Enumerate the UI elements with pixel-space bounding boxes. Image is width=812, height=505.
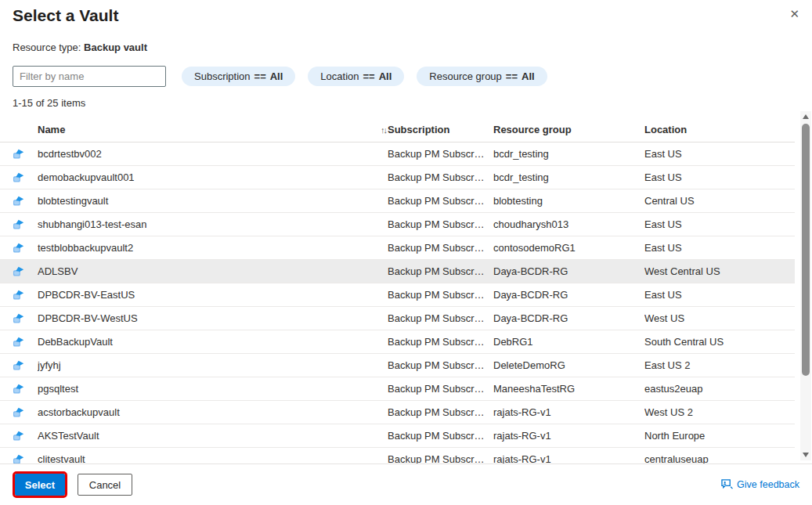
backup-vault-icon (13, 149, 24, 160)
table-row[interactable]: AKSTestVault Backup PM Subscription raja… (0, 424, 795, 448)
vault-icon-cell (13, 266, 38, 277)
vault-icon-cell (13, 149, 38, 160)
cell-name: DPBCDR-BV-WestUS (38, 312, 388, 324)
cell-location: eastus2euap (644, 383, 795, 395)
table-row[interactable]: DebBackupVault Backup PM Subscription De… (0, 330, 795, 354)
vault-icon-cell (13, 243, 38, 254)
cell-location: East US (644, 289, 795, 301)
filter-by-name-input[interactable] (13, 66, 166, 87)
select-button[interactable]: Select (15, 474, 65, 496)
table-row[interactable]: clitestvault Backup PM Subscription raja… (0, 448, 795, 464)
table-row[interactable]: bcdrtestbv002 Backup PM Subscription bcd… (0, 142, 795, 166)
close-icon[interactable]: ✕ (789, 8, 799, 20)
filter-pill-field: Resource group (429, 70, 502, 82)
table-row[interactable]: acstorbackupvault Backup PM Subscription… (0, 401, 795, 424)
cell-subscription: Backup PM Subscription (388, 406, 493, 418)
cell-resource-group: DebRG1 (493, 336, 644, 348)
column-header-subscription: Subscription (388, 124, 493, 135)
column-header-name-label: Name (38, 124, 65, 135)
table-row[interactable]: shubhangi013-test-esan Backup PM Subscri… (0, 213, 795, 236)
filter-pill-field: Subscription (194, 70, 251, 82)
cell-name: ADLSBV (38, 265, 388, 277)
cell-location: Central US (644, 195, 795, 207)
filter-pill-operator: == (506, 70, 518, 82)
cell-subscription: Backup PM Subscription (388, 289, 493, 301)
cell-location: East US (644, 171, 795, 183)
table-row[interactable]: pgsqltest Backup PM Subscription Maneesh… (0, 377, 795, 401)
cell-location: West US 2 (644, 406, 795, 418)
cell-location: centraluseuap (644, 453, 795, 464)
feedback-icon (721, 479, 733, 490)
backup-vault-icon (13, 266, 24, 277)
cell-resource-group: rajats-RG-v1 (493, 430, 644, 442)
filter-row: Subscription == All Location == All Reso… (13, 66, 547, 87)
vertical-scrollbar[interactable] (800, 111, 811, 460)
cell-location: East US (644, 218, 795, 230)
resource-type-line: Resource type: Backup vault (13, 41, 147, 53)
vault-icon-cell (13, 337, 38, 348)
table-row[interactable]: ADLSBV Backup PM Subscription Daya-BCDR-… (0, 260, 795, 283)
backup-vault-icon (13, 407, 24, 418)
filter-pill[interactable]: Location == All (308, 67, 404, 86)
cell-location: West US (644, 312, 795, 324)
cell-name: DebBackupVault (38, 336, 388, 348)
table-body: bcdrtestbv002 Backup PM Subscription bcd… (0, 142, 795, 464)
cell-subscription: Backup PM Subscription (388, 430, 493, 442)
cell-resource-group: rajats-RG-v1 (493, 406, 644, 418)
cell-subscription: Backup PM Subscription (388, 312, 493, 324)
vault-icon-cell (13, 431, 38, 442)
vault-icon-cell (13, 290, 38, 301)
backup-vault-icon (13, 337, 24, 348)
cell-subscription: Backup PM Subscription (388, 171, 493, 183)
vault-icon-cell (13, 454, 38, 464)
cell-resource-group: contosodemoRG1 (493, 242, 644, 254)
cell-name: demobackupvault001 (38, 171, 388, 183)
cell-resource-group: blobtesting (493, 195, 644, 207)
filter-pill[interactable]: Resource group == All (417, 67, 547, 86)
cancel-button[interactable]: Cancel (78, 474, 132, 496)
filter-pill-value: All (521, 70, 535, 82)
table-row[interactable]: DPBCDR-BV-WestUS Backup PM Subscription … (0, 307, 795, 330)
backup-vault-icon (13, 172, 24, 183)
cell-resource-group: rajats-RG-v1 (493, 453, 644, 464)
table-row[interactable]: testblobbackupvault2 Backup PM Subscript… (0, 236, 795, 260)
cell-resource-group: bcdr_testing (493, 171, 644, 183)
filter-pill-value: All (379, 70, 392, 82)
table-row[interactable]: jyfyhj Backup PM Subscription DeleteDemo… (0, 354, 795, 377)
backup-vault-icon (13, 360, 24, 371)
give-feedback-link[interactable]: Give feedback (721, 479, 799, 490)
dialog-footer: Select Cancel Give feedback (0, 464, 812, 505)
cell-name: clitestvault (38, 453, 388, 464)
backup-vault-icon (13, 243, 24, 254)
backup-vault-icon (13, 219, 24, 230)
cell-location: East US (644, 242, 795, 254)
cell-resource-group: choudharysh013 (493, 218, 644, 230)
give-feedback-label: Give feedback (737, 479, 799, 490)
cell-resource-group: DeleteDemoRG (493, 359, 644, 371)
cell-resource-group: Daya-BCDR-RG (493, 265, 644, 277)
scroll-down-icon[interactable] (800, 449, 811, 460)
table-row[interactable]: demobackupvault001 Backup PM Subscriptio… (0, 166, 795, 189)
sort-icon[interactable]: ↑↓ (381, 125, 386, 135)
table-row[interactable]: blobtestingvault Backup PM Subscription … (0, 189, 795, 213)
cell-subscription: Backup PM Subscription (388, 218, 493, 230)
table-header: Name ↑↓ Subscription Resource group Loca… (0, 117, 795, 142)
backup-vault-icon (13, 290, 24, 301)
scrollbar-thumb[interactable] (802, 124, 810, 376)
filter-pill[interactable]: Subscription == All (182, 67, 295, 86)
backup-vault-icon (13, 196, 24, 207)
items-count: 1-15 of 25 items (13, 97, 85, 109)
cell-location: North Europe (644, 430, 795, 442)
cell-name: bcdrtestbv002 (38, 148, 388, 160)
table-row[interactable]: DPBCDR-BV-EastUS Backup PM Subscription … (0, 283, 795, 307)
cell-name: AKSTestVault (38, 430, 388, 442)
scroll-up-icon[interactable] (800, 111, 811, 122)
select-vault-dialog: Select a Vault ✕ Resource type: Backup v… (0, 0, 812, 505)
cell-resource-group: bcdr_testing (493, 148, 644, 160)
filter-pill-value: All (270, 70, 283, 82)
column-header-name[interactable]: Name ↑↓ (38, 124, 388, 135)
vault-table: Name ↑↓ Subscription Resource group Loca… (0, 117, 795, 464)
cell-name: DPBCDR-BV-EastUS (38, 289, 388, 301)
cell-resource-group: Daya-BCDR-RG (493, 289, 644, 301)
page-title: Select a Vault (13, 6, 118, 25)
